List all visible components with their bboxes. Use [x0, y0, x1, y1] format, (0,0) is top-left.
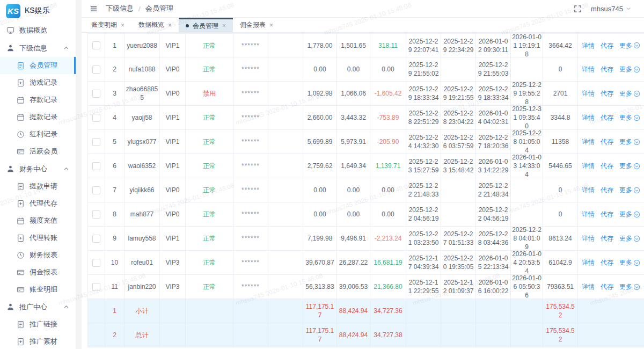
row-checkbox[interactable]	[92, 283, 100, 291]
sidebar-item-quota-recharge[interactable]: 额度充值	[0, 212, 76, 229]
row-index: 4	[113, 113, 116, 122]
action-agent-deposit[interactable]: 代存	[601, 65, 613, 74]
cell-blank	[268, 275, 303, 299]
sidebar-item-finance-center[interactable]: 财务中心	[0, 160, 76, 178]
action-agent-deposit[interactable]: 代存	[601, 258, 613, 267]
action-details[interactable]: 详情	[582, 41, 595, 50]
sidebar-scrollbar[interactable]	[76, 0, 82, 349]
action-details[interactable]: 详情	[582, 210, 595, 219]
row-checkbox[interactable]	[92, 186, 100, 194]
action-agent-deposit[interactable]: 代存	[601, 162, 613, 170]
action-more[interactable]: 更多	[619, 137, 640, 146]
profit-text: -2,213.24	[375, 234, 402, 243]
sidebar-item-label: 红利记录	[30, 129, 57, 139]
action-details[interactable]: 详情	[582, 89, 595, 98]
breadcrumb: 下级信息 / 会员管理	[106, 4, 173, 13]
cell-balance: 1,778.00	[303, 33, 337, 57]
close-icon[interactable]: ×	[121, 21, 125, 29]
balance-text: 0.00	[313, 210, 326, 219]
row-checkbox[interactable]	[92, 90, 100, 98]
sidebar-item-member-management[interactable]: 会员管理	[0, 57, 76, 74]
app-logo[interactable]: KS KS娱乐	[0, 0, 76, 21]
action-details[interactable]: 详情	[582, 258, 595, 267]
row-checkbox[interactable]	[92, 66, 100, 74]
action-agent-deposit[interactable]: 代存	[601, 89, 613, 98]
action-agent-deposit[interactable]: 代存	[601, 186, 613, 194]
action-agent-deposit[interactable]: 代存	[601, 137, 613, 146]
fullscreen-icon[interactable]	[574, 5, 582, 13]
action-more[interactable]: 更多	[619, 186, 640, 194]
action-details[interactable]: 详情	[582, 137, 595, 146]
summary-balance: 117,175.17	[304, 302, 335, 319]
chevron-up-icon	[63, 45, 69, 51]
sidebar-item-bonus-records[interactable]: 红利记录	[0, 126, 76, 143]
cell-vip-level: VIP0	[160, 202, 186, 227]
action-more[interactable]: 更多	[619, 162, 640, 170]
cell-date-2: 2025-12-26 03:57:59	[441, 130, 476, 154]
close-icon[interactable]: ×	[168, 21, 172, 29]
action-agent-deposit[interactable]: 代存	[601, 282, 613, 291]
row-checkbox[interactable]	[92, 138, 100, 146]
close-icon[interactable]: ×	[222, 22, 226, 30]
action-more[interactable]: 更多	[619, 89, 640, 98]
tab-commission-report[interactable]: 佣金报表×	[233, 18, 280, 32]
action-more[interactable]: 更多	[619, 282, 640, 291]
menu-toggle-icon[interactable]	[90, 5, 98, 13]
action-more[interactable]: 更多	[619, 258, 640, 267]
row-checkbox[interactable]	[92, 162, 100, 170]
action-agent-deposit[interactable]: 代存	[601, 41, 613, 50]
cell-balance: 56,313.83	[303, 275, 337, 299]
sidebar-item-subordinate-info[interactable]: 下级信息	[0, 39, 76, 57]
action-details[interactable]: 详情	[582, 65, 595, 74]
action-more[interactable]: 更多	[619, 234, 640, 243]
cell-date-2	[441, 202, 476, 227]
datetime-text: 2025-12-28 03:44:36	[477, 230, 509, 247]
cell-password: ******	[233, 275, 268, 299]
sidebar-item-promotion-links[interactable]: 推广链接	[0, 316, 76, 333]
sidebar-item-account-changes[interactable]: 账变明细	[0, 281, 76, 298]
profit-text: -1,605.42	[375, 89, 402, 98]
row-checkbox[interactable]	[92, 235, 100, 243]
action-agent-deposit[interactable]: 代存	[601, 113, 613, 122]
action-details[interactable]: 详情	[582, 113, 595, 122]
breadcrumb-parent[interactable]: 下级信息	[106, 4, 134, 13]
tab-data-overview[interactable]: 数据概览×	[131, 18, 179, 32]
action-agent-deposit[interactable]: 代存	[601, 234, 613, 243]
sidebar-item-promotion-materials[interactable]: 推广素材	[0, 333, 76, 349]
action-details[interactable]: 详情	[582, 186, 595, 194]
action-more[interactable]: 更多	[619, 65, 640, 74]
sidebar-item-withdrawal-request[interactable]: 提款申请	[0, 178, 76, 195]
row-checkbox[interactable]	[92, 210, 100, 219]
datetime-text: 2025-12-22 21:48:33	[407, 181, 440, 199]
row-checkbox[interactable]	[92, 114, 100, 122]
action-details[interactable]: 详情	[582, 162, 595, 170]
sidebar-item-withdrawal-records[interactable]: 提款记录	[0, 108, 76, 126]
total-text: 2701	[553, 89, 568, 98]
action-agent-deposit[interactable]: 代存	[601, 210, 613, 219]
sidebar-item-data-overview[interactable]: 数据概览	[0, 21, 76, 39]
sidebar-item-promotion-center[interactable]: 推广中心	[0, 298, 76, 316]
action-details[interactable]: 详情	[582, 282, 595, 291]
summary-row: 1小计117,175.1788,424.9434,727.36175,534.5…	[87, 299, 644, 323]
sidebar-item-agent-transfer[interactable]: 代理转账	[0, 229, 76, 246]
sidebar-item-commission-report[interactable]: 佣金报表	[0, 264, 76, 281]
status-badge: 正常	[203, 162, 216, 170]
action-details[interactable]: 详情	[582, 234, 595, 243]
cell-vip-level: VIP3	[160, 251, 186, 275]
action-more[interactable]: 更多	[619, 210, 640, 219]
username-text: zhao668855	[126, 85, 158, 102]
action-more[interactable]: 更多	[619, 41, 640, 50]
sidebar-item-agent-deposit[interactable]: 代理代存	[0, 195, 76, 212]
datetime-text: 2025-12-29 19:55:28	[512, 82, 541, 106]
user-menu[interactable]: mhsus745	[591, 5, 631, 13]
tab-account-changes[interactable]: 账变明细×	[84, 18, 131, 32]
action-more[interactable]: 更多	[619, 113, 640, 122]
sidebar-item-deposit-records[interactable]: 存款记录	[0, 91, 76, 108]
sidebar-item-finance-report[interactable]: 财务报表	[0, 246, 76, 264]
tab-member-management[interactable]: 会员管理×	[179, 18, 233, 32]
row-checkbox[interactable]	[92, 41, 100, 49]
close-icon[interactable]: ×	[269, 21, 273, 29]
sidebar-item-active-members[interactable]: 活跃会员	[0, 143, 76, 160]
row-checkbox[interactable]	[92, 259, 100, 267]
sidebar-item-game-records[interactable]: 游戏记录	[0, 74, 76, 91]
